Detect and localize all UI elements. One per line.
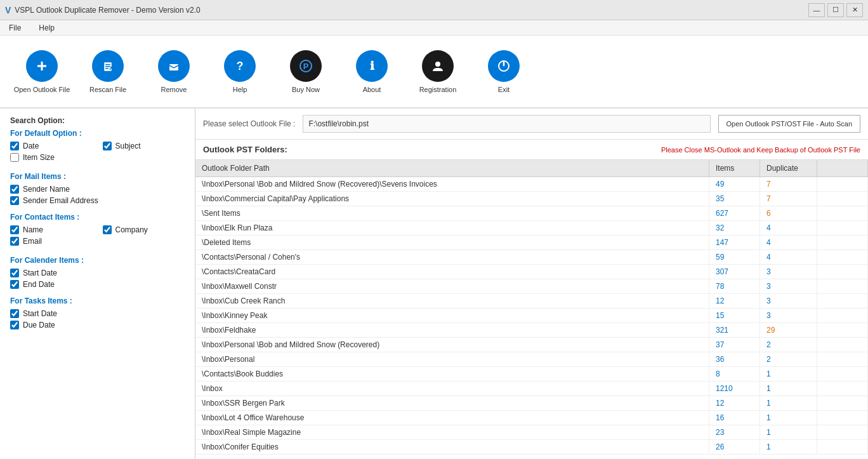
table-row[interactable]: \Inbox\Maxwell Constr783 (195, 279, 868, 294)
table-row[interactable]: \Contacts\Book Buddies81 (195, 367, 868, 382)
about-button[interactable]: ℹ About (340, 41, 404, 102)
title-bar-left: V VSPL Outlook Duplicate Remover - Demo … (5, 5, 201, 15)
extra-cell (817, 236, 868, 250)
title-bar-controls[interactable]: — ☐ ✕ (808, 3, 863, 17)
sender-name-checkbox[interactable] (10, 185, 19, 194)
task-start-date-label: Start Date (23, 309, 57, 318)
table-row[interactable]: \Inbox\Commercial Capital\Pay Applicatio… (195, 192, 868, 206)
folder-path-cell: \Inbox\Personal \Bob and Mildred Snow (R… (195, 177, 709, 192)
open-outlook-button[interactable]: Open Outlook File (10, 41, 74, 102)
extra-cell (817, 279, 868, 294)
default-option-checkboxes: Date Item Size Subject (10, 142, 185, 164)
close-button[interactable]: ✕ (846, 3, 863, 17)
duplicate-cell: 1 (760, 382, 817, 396)
table-row[interactable]: \Inbox\Feldhake32129 (195, 323, 868, 338)
svg-rect-5 (105, 64, 110, 65)
items-cell: 16 (709, 411, 760, 425)
items-cell: 12 (709, 396, 760, 411)
help-button[interactable]: ? Help (208, 41, 272, 102)
due-date-checkbox[interactable] (10, 321, 19, 329)
name-checkbox[interactable] (10, 225, 19, 234)
company-checkbox[interactable] (103, 225, 112, 234)
date-checkbox[interactable] (10, 142, 19, 150)
about-label: About (363, 86, 381, 93)
table-row[interactable]: \Sent Items6276 (195, 206, 868, 221)
folder-path-cell: \Contacts\CreataCard (195, 265, 709, 279)
table-row[interactable]: \Inbox\Personal \Bob and Mildred Snow (R… (195, 177, 868, 192)
due-date-label: Due Date (23, 321, 55, 329)
table-row[interactable]: \Contacts\Personal / Cohen's594 (195, 250, 868, 265)
items-cell: 1210 (709, 382, 760, 396)
duplicate-cell: 1 (760, 425, 817, 440)
task-start-date-checkbox[interactable] (10, 309, 19, 318)
rescan-icon (92, 50, 124, 82)
svg-text:P: P (303, 62, 309, 71)
rescan-button[interactable]: Rescan File (76, 41, 140, 102)
registration-label: Registration (419, 86, 457, 93)
main-content: Search Option: For Default Option : Date… (0, 109, 868, 459)
email-contact-checkbox-row: Email (10, 237, 93, 246)
duplicate-cell: 1 (760, 396, 817, 411)
company-checkbox-row: Company (103, 225, 185, 234)
cal-end-date-label: End Date (23, 280, 55, 289)
folder-path-cell: \Contacts\Personal / Cohen's (195, 250, 709, 265)
duplicate-cell: 7 (760, 177, 817, 192)
calender-items-group-label: For Calender Items : (10, 256, 185, 265)
toolbar: Open Outlook File Rescan File Remove (0, 36, 868, 109)
tasks-items-group-label: For Tasks Items : (10, 296, 185, 305)
table-row[interactable]: \Inbox12101 (195, 382, 868, 396)
extra-cell (817, 221, 868, 236)
open-outlook-icon (26, 50, 58, 82)
remove-button[interactable]: Remove (142, 41, 206, 102)
duplicate-cell: 2 (760, 352, 817, 367)
extra-cell (817, 294, 868, 309)
table-row[interactable]: \Deleted Items1474 (195, 236, 868, 250)
cal-start-date-checkbox[interactable] (10, 269, 19, 277)
items-cell: 147 (709, 236, 760, 250)
left-panel: Search Option: For Default Option : Date… (0, 109, 195, 459)
menu-help[interactable]: Help (35, 22, 58, 34)
remove-label: Remove (161, 86, 187, 93)
minimize-button[interactable]: — (808, 3, 825, 17)
table-row[interactable]: \Inbox\Personal362 (195, 352, 868, 367)
sender-email-label: Sender Email Address (23, 196, 98, 205)
subject-checkbox[interactable] (103, 142, 112, 150)
sender-email-checkbox-row: Sender Email Address (10, 196, 185, 205)
open-pst-button[interactable]: Open Outlook PST/OST File - Auto Scan (718, 115, 861, 133)
email-contact-label: Email (23, 237, 42, 246)
menu-file[interactable]: File (5, 22, 25, 34)
folder-path-cell: \Inbox\Personal \Bob and Mildred Snow (R… (195, 338, 709, 352)
items-cell: 78 (709, 279, 760, 294)
item-size-checkbox[interactable] (10, 153, 19, 162)
duplicate-cell: 4 (760, 250, 817, 265)
table-row[interactable]: \Inbox\Real Simple Magazine231 (195, 425, 868, 440)
remove-icon (158, 50, 190, 82)
default-option-group-label: For Default Option : (10, 129, 185, 138)
table-row[interactable]: \Contacts\CreataCard3073 (195, 265, 868, 279)
cal-end-date-checkbox[interactable] (10, 280, 19, 289)
item-size-label: Item Size (23, 153, 55, 162)
exit-button[interactable]: Exit (472, 41, 536, 102)
table-row[interactable]: \Inbox\SSR Bergen Park121 (195, 396, 868, 411)
maximize-button[interactable]: ☐ (827, 3, 844, 17)
table-row[interactable]: \Inbox\Elk Run Plaza324 (195, 221, 868, 236)
buy-now-label: Buy Now (292, 86, 320, 93)
pst-header: Outlook PST Folders: Please Close MS-Out… (195, 140, 868, 160)
file-path-input[interactable] (303, 115, 710, 133)
table-row[interactable]: \Inbox\Kinney Peak153 (195, 309, 868, 323)
folder-path-cell: \Inbox\SSR Bergen Park (195, 396, 709, 411)
svg-text:ℹ: ℹ (370, 60, 375, 72)
folder-path-cell: \Inbox\Cub Creek Ranch (195, 294, 709, 309)
buy-now-button[interactable]: P Buy Now (274, 41, 338, 102)
name-label: Name (23, 225, 43, 234)
table-row[interactable]: \Inbox\Lot 4 Office Warehouse161 (195, 411, 868, 425)
registration-button[interactable]: Registration (406, 41, 470, 102)
items-cell: 32 (709, 221, 760, 236)
col-header-items: Items (709, 160, 760, 177)
email-contact-checkbox[interactable] (10, 237, 19, 246)
table-row[interactable]: \Inbox\Conifer Equities261 (195, 440, 868, 455)
table-row[interactable]: \Inbox\Cub Creek Ranch123 (195, 294, 868, 309)
sender-email-checkbox[interactable] (10, 196, 19, 205)
table-row[interactable]: \Inbox\Personal \Bob and Mildred Snow (R… (195, 338, 868, 352)
folders-table: Outlook Folder Path Items Duplicate \Inb… (195, 160, 868, 455)
